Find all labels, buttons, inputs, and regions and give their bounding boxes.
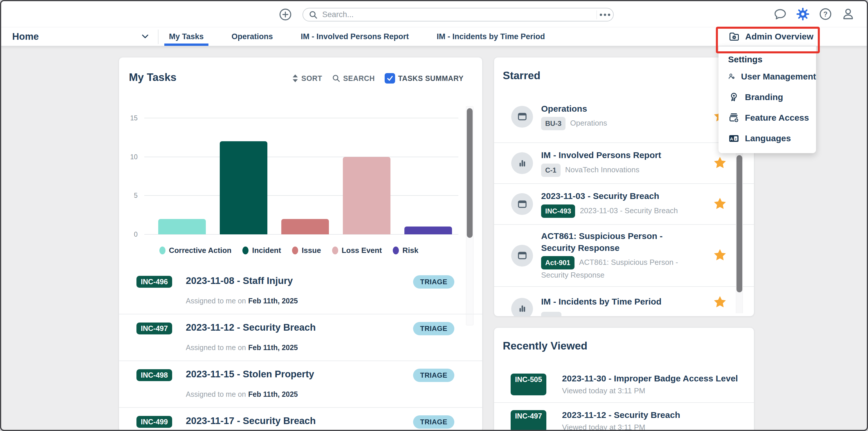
bar-issue[interactable] [281,219,329,234]
y-tick-label: 15 [130,114,137,122]
status-badge: TRIAGE [413,369,454,382]
menu-item-user-management[interactable]: User Management [718,66,816,87]
legend-dot [393,246,399,254]
legend-item-incident[interactable]: Incident [242,246,281,255]
task-row[interactable]: INC-498 2023-11-15 - Stolen Property Ass… [119,361,483,408]
my-tasks-panel: My Tasks SORT SEARCH [119,57,483,431]
item-id-badge: INC-505 [510,373,546,395]
settings-button[interactable] [796,7,810,21]
task-row[interactable]: INC-496 2023-11-08 - Staff Injury Assign… [119,268,483,314]
star-icon[interactable] [713,248,726,263]
top-bar: ? [1,1,867,27]
help-button[interactable]: ? [819,7,832,21]
legend-item-corrective-action[interactable]: Corrective Action [159,246,232,255]
task-id-badge: INC-498 [136,369,172,381]
menu-item-label: Feature Access [745,113,809,123]
recently-viewed-panel: Recently Viewed INC-505 2023-11-30 - Imp… [494,327,754,431]
global-search [303,8,614,22]
sort-button[interactable]: SORT [292,74,322,82]
legend-dot [332,246,338,254]
bar-risk[interactable] [404,227,452,234]
task-row[interactable]: INC-499 2023-11-17 - Security Breach TRI… [119,408,483,431]
window-icon [517,111,528,122]
gridline [144,195,458,196]
person-icon [841,7,855,21]
settings-menu-header: Settings [728,55,816,64]
avatar [511,245,533,267]
chat-button[interactable] [773,7,787,21]
starred-scrollbar-thumb[interactable] [737,155,742,292]
legend-label: Corrective Action [169,246,232,255]
search-input[interactable] [322,10,596,20]
bar-corrective-action[interactable] [158,219,206,234]
item-viewed-time: Viewed today at 3:11 PM [562,386,738,395]
my-tasks-scrollbar-thumb[interactable] [467,108,473,238]
starred-item[interactable]: IM - Incidents by Time Period [494,287,754,317]
starred-item[interactable]: 2023-11-03 - Security Breach INC-4932023… [494,184,754,225]
tab-operations[interactable]: Operations [232,27,273,46]
tab-bar: My Tasks Operations IM - Involved Person… [169,27,545,46]
menu-item-label: User Management [741,72,816,81]
legend-item-loss-event[interactable]: Loss Event [332,246,382,255]
legend-item-risk[interactable]: Risk [393,246,418,255]
starred-item[interactable]: IM - Involved Persons Report C-1NovaTech… [494,143,754,184]
recently-viewed-item[interactable]: INC-505 2023-11-30 - Improper Badge Acce… [494,366,754,403]
gridline [144,118,458,118]
recently-viewed-item[interactable]: INC-497 2023-11-12 - Security Breach Vie… [494,403,754,431]
search-icon [332,74,340,82]
my-tasks-title: My Tasks [129,71,177,84]
item-id-badge: INC-497 [510,410,546,431]
bar-incident[interactable] [220,141,267,234]
legend-label: Issue [302,246,321,255]
star-icon[interactable] [713,197,726,211]
y-tick-label: 10 [130,153,137,161]
tab-my-tasks[interactable]: My Tasks [169,27,204,46]
item-subtitle: NovaTech Innovations [565,165,640,174]
task-assigned: Assigned to me onFeb 11th, 2025 [186,343,298,352]
create-button[interactable] [279,8,291,21]
chat-icon [773,7,787,21]
tab-im-incidents-by-time-period[interactable]: IM - Incidents by Time Period [437,27,545,46]
starred-item[interactable]: Operations BU-3Operations [494,91,754,143]
starred-item[interactable]: ACT861: Suspicious Person - Security Res… [494,225,754,287]
star-icon[interactable] [713,156,726,170]
recently-viewed-list: INC-505 2023-11-30 - Improper Badge Acce… [494,366,754,431]
status-badge: TRIAGE [413,322,454,335]
tab-im-involved-persons-report[interactable]: IM - Involved Persons Report [301,27,409,46]
starred-item-title: IM - Incidents by Time Period [541,296,661,308]
legend-label: Incident [252,246,281,255]
svg-text:z: z [735,137,737,140]
star-icon[interactable] [713,295,726,310]
task-row[interactable]: INC-497 2023-11-12 - Security Breach Ass… [119,314,483,361]
question-circle-icon: ? [819,7,832,21]
home-dropdown[interactable]: Home [12,27,149,46]
bar-loss-event[interactable] [343,157,391,234]
menu-item-admin-overview[interactable]: Admin Overview [718,27,816,46]
profile-button[interactable] [841,7,855,21]
menu-item-label: Branding [745,92,783,102]
admin-overview-icon [728,31,740,42]
tasks-summary-toggle[interactable]: TASKS SUMMARY [385,73,464,84]
legend-dot [242,246,248,254]
nav-divider [158,30,158,44]
avatar [511,193,533,215]
item-subtitle: 2023-11-03 - Security Breach [580,206,678,215]
menu-item-branding[interactable]: Branding [718,87,816,107]
search-tasks-button[interactable]: SEARCH [332,74,375,82]
gridline [144,157,458,157]
settings-menu: Settings User Management [718,46,816,153]
starred-panel: Starred Operations BU-3Operations [494,57,754,317]
starred-item-title: 2023-11-03 - Security Breach [541,190,678,202]
chart-legend: Corrective ActionIncidentIssueLoss Event… [119,246,459,255]
legend-item-issue[interactable]: Issue [292,246,321,255]
plus-circle-icon [279,8,291,21]
more-options-icon[interactable] [597,13,613,16]
tasks-summary-checkbox[interactable] [385,73,395,84]
item-badge: BU-3 [541,117,565,130]
legend-label: Risk [402,246,418,255]
menu-item-feature-access[interactable]: Feature Access [718,107,816,128]
task-id-badge: INC-497 [136,323,172,334]
legend-dot [292,246,298,254]
menu-item-label: Admin Overview [745,32,813,41]
menu-item-languages[interactable]: A z Languages [718,128,816,148]
